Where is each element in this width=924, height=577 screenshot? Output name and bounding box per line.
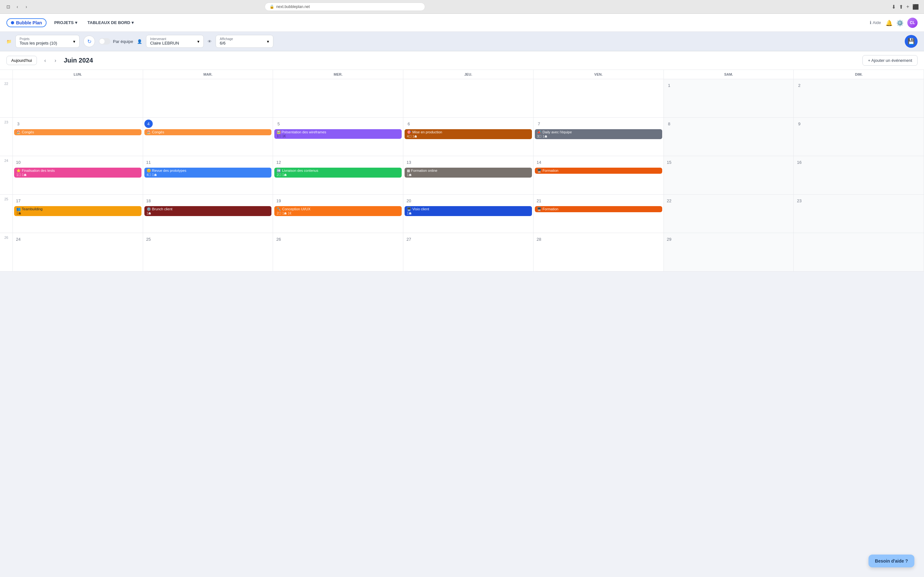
url-bar[interactable]: 🔒 next.bubbleplan.net (265, 3, 425, 11)
day-cell-mer22[interactable] (273, 79, 403, 118)
affichage-chevron: ▾ (267, 39, 269, 44)
day-cell-17[interactable]: 17 👥 Teambuilding 1☗ (13, 195, 143, 233)
day-cell-30[interactable] (794, 233, 924, 271)
day-cell-18[interactable]: 18 ⚙️ Brunch client 1☗ (143, 195, 273, 233)
day-cell-12[interactable]: 12 ➡️ Livraison des contenus 2☐ 1☗ (273, 156, 403, 195)
event-revue[interactable]: 😊 Revue des prototypes 4☐ 1☗ (144, 168, 272, 177)
header-right: ℹ Aide 🔔 ⚙️ CL (870, 18, 918, 28)
day-cell-26[interactable]: 26 (273, 233, 403, 271)
day-cell-16[interactable]: 16 (794, 156, 924, 195)
day-cell-13[interactable]: 13 ▦ Formation online 1☗ (403, 156, 533, 195)
download-btn[interactable]: ⬇ (892, 4, 896, 10)
logo-text: Bubble Plan (16, 20, 42, 25)
affichage-selector[interactable]: Affichage 6/6 ▾ (216, 35, 273, 48)
calendar-title: Juin 2024 (64, 57, 93, 64)
event-presentation[interactable]: 🖼️ Présentation des wireframes 1☐ 1€ (274, 129, 402, 139)
today-btn[interactable]: Aujourd'hui (6, 56, 37, 65)
intervenant-label: Intervenant (150, 37, 179, 41)
day-cell-10[interactable]: 10 ⭐ Finalisation des tests 1☐ 1☗ (13, 156, 143, 195)
event-brunch[interactable]: ⚙️ Brunch client 1☗ (144, 206, 272, 216)
nav-projets[interactable]: PROJETS ▾ (52, 19, 80, 26)
day-cell-7[interactable]: 7 📣 Daily avec l'équipe 3☐ 1☗ (533, 118, 664, 156)
day-cell-15[interactable]: 15 (664, 156, 794, 195)
event-conges-mon[interactable]: 🏖️ Congés (14, 129, 142, 135)
day-cell-jeu22[interactable] (403, 79, 533, 118)
day-cell-9[interactable]: 9 (794, 118, 924, 156)
visio-meta: 1☗ (407, 211, 530, 215)
day-cell-19[interactable]: 19 🔧 Conception UI/UX 2☐ 1☗ 1€ (273, 195, 403, 233)
intervenant-selector[interactable]: Intervenant Claire LEBRUN ▾ (146, 35, 204, 48)
day-cell-22[interactable]: 22 (664, 195, 794, 233)
day-header-sam: SAM. (664, 70, 794, 79)
refresh-btn[interactable]: ↻ (83, 35, 95, 47)
day-cell-dim22[interactable]: 2 (794, 79, 924, 118)
intervenant-chevron: ▾ (197, 39, 200, 44)
next-month-btn[interactable]: › (51, 56, 60, 65)
new-tab-btn[interactable]: + (906, 4, 909, 10)
event-formation-2[interactable]: 🖥️ Formation (535, 206, 662, 212)
day-header-ven: VEN. (533, 70, 664, 79)
day-cell-11[interactable]: 11 😊 Revue des prototypes 4☐ 1☗ (143, 156, 273, 195)
back-btn[interactable]: ‹ (14, 3, 21, 10)
event-daily[interactable]: 📣 Daily avec l'équipe 3☐ 1☗ (535, 129, 662, 139)
day-header-mer: MER. (273, 70, 403, 79)
day-cell-21[interactable]: 21 🖥️ Formation (533, 195, 664, 233)
windows-btn[interactable]: ⬛ (913, 4, 919, 10)
event-finalisation[interactable]: ⭐ Finalisation des tests 1☐ 1☗ (14, 168, 142, 177)
affichage-label: Affichage (220, 37, 233, 41)
week-22: 22 1 2 (0, 79, 924, 118)
event-formation-online[interactable]: ▦ Formation online 1☗ (405, 168, 532, 177)
sidebar-toggle-btn[interactable]: ⊡ (5, 3, 11, 10)
nav-projets-label: PROJETS (54, 20, 74, 25)
event-conges-tue[interactable]: 🏖️ Congés (144, 129, 272, 135)
day-cell-14[interactable]: 14 🖥️ Formation (533, 156, 664, 195)
conception-icon: 🔧 (276, 207, 281, 211)
help-icon: ℹ (870, 20, 871, 25)
day-cell-5[interactable]: 5 🖼️ Présentation des wireframes 1☐ 1€ (273, 118, 403, 156)
add-event-btn[interactable]: + Ajouter un événement (863, 55, 918, 66)
day-cell-23[interactable]: 23 (794, 195, 924, 233)
day-header-mar: MAR. (143, 70, 273, 79)
event-conception[interactable]: 🔧 Conception UI/UX 2☐ 1☗ 1€ (274, 206, 402, 216)
help-btn[interactable]: ℹ Aide (870, 20, 881, 25)
day-cell-24[interactable]: 24 (13, 233, 143, 271)
day-header-jeu: JEU. (403, 70, 533, 79)
event-teambuilding[interactable]: 👥 Teambuilding 1☗ (14, 206, 142, 216)
day-cell-25[interactable]: 25 (143, 233, 273, 271)
week-num-23: 23 (0, 118, 13, 156)
day-cell-8[interactable]: 8 (664, 118, 794, 156)
share-btn[interactable]: ⬆ (899, 4, 903, 10)
day-cell-mar22[interactable] (143, 79, 273, 118)
day-cell-20[interactable]: 20 🖥️ Visio client 1☗ (403, 195, 533, 233)
day-cell-ven22[interactable] (533, 79, 664, 118)
logo[interactable]: Bubble Plan (6, 18, 47, 27)
day-cell-3[interactable]: 3 🏖️ Congés (13, 118, 143, 156)
event-mise-production[interactable]: 🎯 Mise en production 4☐ 1☗ (405, 129, 532, 139)
day-cell-28[interactable]: 28 (533, 233, 664, 271)
day-header-lun: LUN. (13, 70, 143, 79)
projects-selector[interactable]: Projets Tous les projets (10) ▾ (15, 35, 79, 48)
day-cell-sam22[interactable]: 1 (664, 79, 794, 118)
day-cell-lun22[interactable] (13, 79, 143, 118)
day-cell-4[interactable]: 4 🏖️ Congés (143, 118, 273, 156)
event-livraison[interactable]: ➡️ Livraison des contenus 2☐ 1☗ (274, 168, 402, 177)
forward-btn[interactable]: › (23, 3, 29, 10)
week-num-22: 22 (0, 79, 13, 118)
notifications-btn[interactable]: 🔔 (885, 19, 892, 26)
prev-month-btn[interactable]: ‹ (41, 56, 50, 65)
day-cell-29[interactable]: 29 (664, 233, 794, 271)
nav-tableaux[interactable]: TABLEAUX DE BORD ▾ (85, 19, 136, 26)
calendar-grid: LUN. MAR. MER. JEU. VEN. SAM. DIM. (0, 70, 924, 79)
par-equipe-group: Par équipe (99, 38, 133, 45)
browser-controls: ⊡ ‹ › (5, 3, 29, 10)
save-btn[interactable]: 💾 (905, 35, 918, 48)
event-formation-1[interactable]: 🖥️ Formation (535, 168, 662, 174)
settings-btn[interactable]: ⚙️ (897, 19, 903, 26)
par-equipe-toggle[interactable] (99, 38, 110, 45)
avatar[interactable]: CL (907, 18, 918, 28)
livraison-icon: ➡️ (276, 169, 281, 172)
mise-meta: 4☐ 1☗ (407, 135, 530, 138)
day-cell-6[interactable]: 6 🎯 Mise en production 4☐ 1☗ (403, 118, 533, 156)
event-visio[interactable]: 🖥️ Visio client 1☗ (405, 206, 532, 216)
day-cell-27[interactable]: 27 (403, 233, 533, 271)
